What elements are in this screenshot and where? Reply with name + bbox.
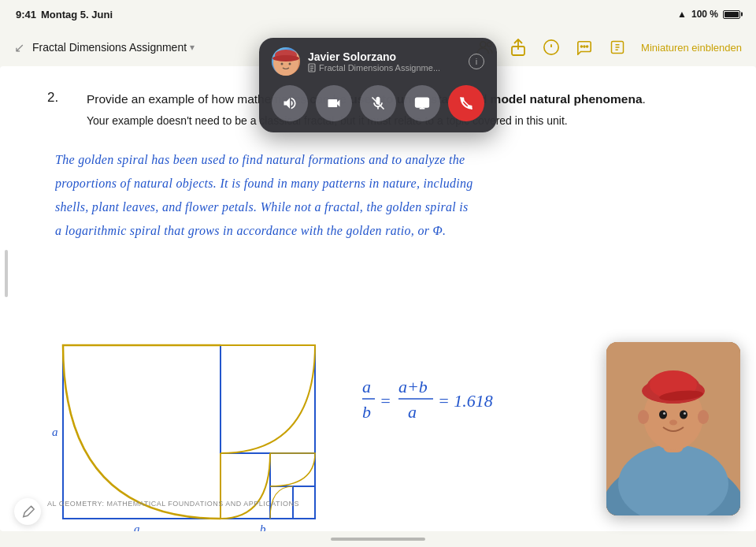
toolbar-left: ↙ Fractal Dimensions Assignment ▾ bbox=[14, 40, 195, 55]
end-call-button[interactable] bbox=[448, 85, 484, 121]
formula-block: a b = a+b a = 1.618 bbox=[362, 369, 598, 443]
scroll-indicator bbox=[5, 250, 8, 297]
collapse-icon[interactable]: ↙ bbox=[14, 40, 24, 55]
svg-text:a: a bbox=[408, 402, 417, 422]
battery-icon bbox=[723, 10, 740, 19]
svg-text:a: a bbox=[134, 523, 140, 531]
wifi-icon: ▲ bbox=[677, 9, 687, 20]
svg-text:a: a bbox=[362, 377, 371, 396]
share-icon[interactable] bbox=[509, 38, 528, 57]
screen-share-button[interactable] bbox=[404, 85, 440, 121]
markup-icon[interactable] bbox=[542, 38, 561, 57]
handwritten-text: The golden spiral has been used to find … bbox=[47, 142, 709, 314]
svg-point-52 bbox=[663, 412, 665, 415]
svg-text:a: a bbox=[52, 426, 58, 438]
caller-avatar bbox=[272, 47, 300, 76]
svg-text:=: = bbox=[380, 391, 391, 411]
svg-text:a logarithmic spiral that grow: a logarithmic spiral that grows in accor… bbox=[55, 224, 446, 238]
home-indicator bbox=[331, 538, 425, 541]
speaker-button[interactable] bbox=[272, 85, 308, 121]
doc-title[interactable]: Fractal Dimensions Assignment ▾ bbox=[32, 41, 195, 54]
svg-point-4 bbox=[581, 46, 583, 47]
svg-text:The golden spiral has been use: The golden spiral has been used to find … bbox=[55, 153, 465, 167]
svg-point-31 bbox=[272, 55, 299, 61]
svg-point-55 bbox=[698, 410, 709, 424]
miniatures-button[interactable]: Miniaturen einblenden bbox=[641, 42, 742, 54]
shared-doc: Fractal Dimensions Assignme... bbox=[308, 63, 461, 73]
status-bar-right: ▲ 100 % bbox=[677, 9, 740, 20]
battery-percent: 100 % bbox=[691, 9, 718, 20]
video-button[interactable] bbox=[316, 85, 352, 121]
question-number: 2. bbox=[47, 90, 71, 129]
time: 9:41 bbox=[16, 9, 36, 20]
svg-point-56 bbox=[669, 420, 677, 426]
status-bar-left: 9:41 Montag 5. Juni bbox=[16, 9, 113, 20]
mute-button[interactable] bbox=[360, 85, 396, 121]
facetime-header: Javier Solorzano Fractal Dimensions Assi… bbox=[272, 47, 484, 76]
info-button[interactable]: i bbox=[469, 54, 484, 69]
svg-text:proportions of natural objects: proportions of natural objects. It is fo… bbox=[55, 177, 473, 191]
svg-point-32 bbox=[281, 63, 284, 65]
camera-preview bbox=[606, 342, 740, 515]
caller-name: Javier Solorzano bbox=[308, 50, 461, 63]
svg-text:b: b bbox=[260, 523, 266, 531]
svg-text:b: b bbox=[362, 402, 371, 422]
svg-text:a+b: a+b bbox=[398, 377, 428, 396]
svg-point-51 bbox=[680, 411, 687, 419]
toolbar-right: Miniaturen einblenden bbox=[476, 38, 742, 57]
svg-point-50 bbox=[659, 411, 667, 419]
date: Montag 5. Juni bbox=[41, 9, 113, 20]
stylus-button[interactable] bbox=[14, 498, 41, 525]
facetime-controls bbox=[272, 85, 484, 121]
page-footer: AL GEOMETRY: MATHEMATICAL FOUNDATIONS AN… bbox=[47, 500, 299, 508]
caller-info: Javier Solorzano Fractal Dimensions Assi… bbox=[308, 50, 461, 73]
edit-icon[interactable] bbox=[608, 38, 627, 57]
svg-point-6 bbox=[587, 46, 588, 47]
comment-icon[interactable] bbox=[575, 38, 594, 57]
svg-point-5 bbox=[584, 46, 585, 47]
svg-point-53 bbox=[684, 412, 686, 415]
svg-point-33 bbox=[289, 63, 291, 65]
facetime-overlay: Javier Solorzano Fractal Dimensions Assi… bbox=[259, 38, 497, 132]
camera-feed bbox=[606, 342, 740, 515]
svg-point-54 bbox=[638, 410, 649, 424]
svg-text:shells, plant leaves, and flow: shells, plant leaves, and flower petals.… bbox=[55, 200, 469, 214]
svg-text:= 1.618: = 1.618 bbox=[438, 391, 493, 411]
status-bar: 9:41 Montag 5. Juni ▲ 100 % bbox=[0, 0, 756, 28]
